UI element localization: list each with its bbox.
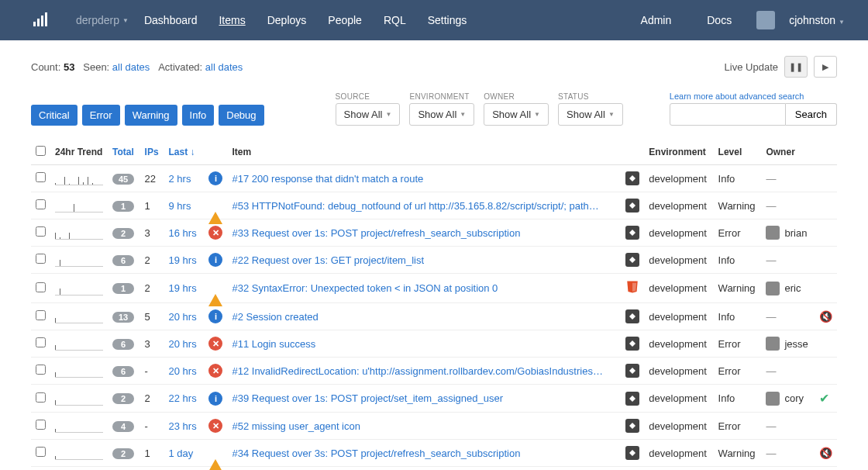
- error-icon: ✕: [208, 364, 222, 378]
- last-link[interactable]: 19 hrs: [169, 254, 197, 266]
- filter-environment-dropdown[interactable]: Show All ▼: [409, 103, 474, 126]
- pause-button[interactable]: ❚❚: [784, 56, 808, 78]
- user-menu[interactable]: cjohnston▼: [789, 14, 845, 26]
- filter-status-dropdown[interactable]: Show All ▼: [558, 103, 623, 126]
- logo-icon[interactable]: [31, 11, 50, 29]
- ips-value: 2: [140, 247, 164, 274]
- error-icon: ✕: [208, 337, 222, 351]
- owner-cell[interactable]: eric: [766, 282, 810, 295]
- seen-link[interactable]: all dates: [112, 61, 150, 73]
- ips-value: 2: [140, 274, 164, 303]
- svg-rect-1: [37, 19, 40, 26]
- nav-rql[interactable]: RQL: [373, 14, 417, 26]
- level-pill-critical[interactable]: Critical: [31, 105, 78, 126]
- level-value: Error: [714, 413, 762, 440]
- last-link[interactable]: 9 hrs: [169, 200, 191, 212]
- nav-docs[interactable]: Docs: [696, 14, 742, 26]
- row-checkbox[interactable]: [36, 172, 46, 182]
- chevron-down-icon: ▼: [608, 111, 615, 118]
- row-checkbox[interactable]: [36, 226, 46, 237]
- ips-value: 1: [140, 192, 164, 219]
- nav-settings[interactable]: Settings: [417, 14, 478, 26]
- item-title-link[interactable]: #53 HTTPNotFound: debug_notfound of url …: [232, 200, 604, 212]
- owner-cell[interactable]: jesse: [766, 337, 810, 351]
- search-input[interactable]: [670, 103, 786, 126]
- row-checkbox[interactable]: [36, 282, 46, 292]
- nav-items[interactable]: Items: [208, 14, 256, 26]
- level-pill-error[interactable]: Error: [82, 105, 120, 126]
- last-link[interactable]: 22 hrs: [169, 392, 197, 404]
- owner-name: jesse: [784, 338, 808, 350]
- owner-empty: —: [766, 448, 776, 459]
- select-all-checkbox[interactable]: [36, 146, 46, 156]
- row-checkbox[interactable]: [36, 199, 46, 209]
- last-link[interactable]: 20 hrs: [169, 311, 197, 323]
- row-checkbox[interactable]: [36, 254, 46, 264]
- item-title-link[interactable]: #52 missing user_agent icon: [232, 420, 604, 432]
- row-checkbox[interactable]: [36, 392, 46, 403]
- table-row: 2222 hrsi#39 Request over 1s: POST proje…: [31, 385, 837, 413]
- item-title-link[interactable]: #32 SyntaxError: Unexpected token < in J…: [232, 282, 604, 294]
- chevron-down-icon: ▼: [460, 111, 466, 118]
- nav-people[interactable]: People: [317, 14, 373, 26]
- nav-dashboard[interactable]: Dashboard: [133, 14, 208, 26]
- level-pill-info[interactable]: Info: [182, 105, 215, 126]
- chevron-down-icon: ▼: [839, 19, 845, 26]
- env-value: development: [644, 385, 713, 413]
- item-title-link[interactable]: #2 Session created: [232, 311, 604, 323]
- python-icon: [625, 171, 639, 185]
- filter-label-source: SOURCE: [336, 92, 401, 101]
- last-link[interactable]: 16 hrs: [169, 227, 197, 239]
- item-title-link[interactable]: #33 Request over 1s: POST project/refres…: [232, 227, 604, 239]
- row-checkbox[interactable]: [36, 365, 46, 375]
- nav-deploys[interactable]: Deploys: [257, 14, 318, 26]
- total-badge: 2: [112, 228, 134, 239]
- last-link[interactable]: 19 hrs: [169, 282, 197, 294]
- env-value: development: [644, 165, 713, 192]
- level-pill-debug[interactable]: Debug: [219, 105, 264, 126]
- nav-admin[interactable]: Admin: [630, 14, 683, 26]
- total-badge: 6: [112, 255, 134, 266]
- svg-rect-2: [41, 16, 43, 26]
- last-link[interactable]: 1 day: [169, 448, 194, 459]
- owner-cell[interactable]: cory: [766, 392, 810, 406]
- row-checkbox[interactable]: [36, 420, 46, 430]
- row-checkbox[interactable]: [36, 337, 46, 347]
- owner-cell[interactable]: brian: [766, 226, 810, 240]
- last-link[interactable]: 20 hrs: [169, 338, 197, 350]
- item-title-link[interactable]: #17 200 response that didn't match a rou…: [232, 173, 604, 185]
- row-checkbox[interactable]: [36, 310, 46, 320]
- item-title-link[interactable]: #12 InvalidRedirectLocation: u'http://as…: [232, 365, 604, 377]
- table-row: 211 day#34 Request over 3s: POST project…: [31, 440, 837, 467]
- last-link[interactable]: 2 hrs: [169, 173, 191, 185]
- item-title-link[interactable]: #34 Request over 3s: POST project/refres…: [232, 448, 604, 459]
- col-total[interactable]: Total: [108, 140, 140, 165]
- python-icon: [625, 253, 639, 267]
- row-checkbox[interactable]: [36, 447, 46, 457]
- col-ips[interactable]: IPs: [140, 140, 164, 165]
- last-link[interactable]: 20 hrs: [169, 365, 197, 377]
- item-title-link[interactable]: #22 Request over 1s: GET project/item_li…: [232, 254, 604, 266]
- table-row: 13520 hrsi#2 Session createddevelopmentI…: [31, 303, 837, 330]
- owner-name: eric: [784, 282, 801, 294]
- level-value: Info: [714, 247, 762, 274]
- advanced-search-link[interactable]: Learn more about advanced search: [670, 92, 837, 101]
- last-link[interactable]: 23 hrs: [169, 420, 197, 432]
- trend-sparkline: [55, 309, 103, 323]
- search-button[interactable]: Search: [786, 103, 837, 126]
- filter-source-dropdown[interactable]: Show All ▼: [336, 103, 401, 126]
- env-value: development: [644, 358, 713, 385]
- count-label: Count:: [31, 61, 60, 73]
- col-item: Item: [227, 140, 621, 165]
- error-icon: ✕: [208, 419, 222, 433]
- project-dropdown[interactable]: derpderp▼: [65, 14, 133, 26]
- filter-owner-dropdown[interactable]: Show All ▼: [484, 103, 549, 126]
- owner-empty: —: [766, 311, 776, 323]
- item-title-link[interactable]: #11 Login success: [232, 338, 604, 350]
- item-title-link[interactable]: #39 Request over 1s: POST project/set_it…: [232, 392, 604, 404]
- level-pill-warning[interactable]: Warning: [125, 105, 177, 126]
- play-button[interactable]: ▶: [814, 56, 837, 78]
- user-avatar[interactable]: [756, 11, 775, 29]
- activated-link[interactable]: all dates: [205, 61, 243, 73]
- col-last[interactable]: Last ↓: [164, 140, 205, 165]
